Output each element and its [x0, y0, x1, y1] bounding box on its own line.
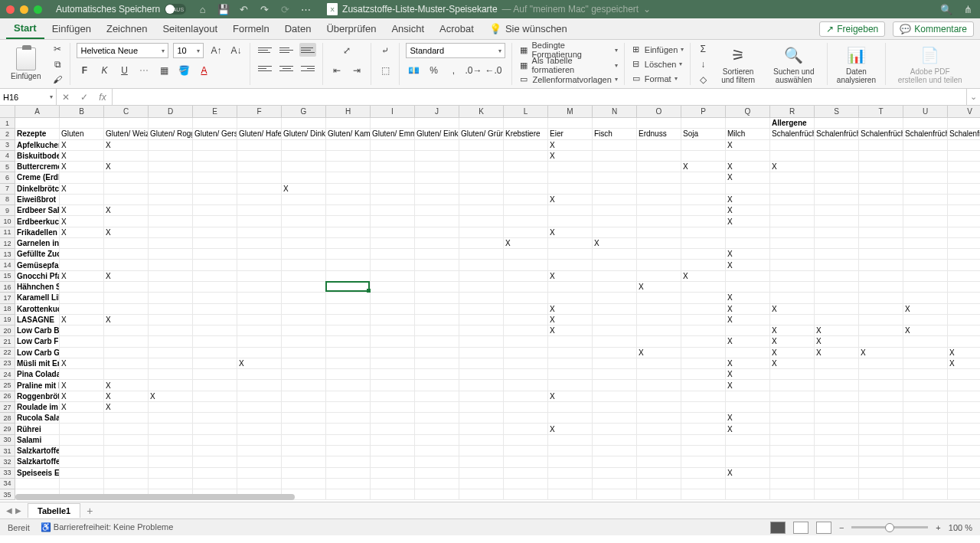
- cell[interactable]: [504, 348, 548, 358]
- cell[interactable]: [903, 479, 948, 489]
- cell[interactable]: [193, 227, 237, 238]
- cell[interactable]: X: [548, 271, 593, 282]
- cell[interactable]: [770, 446, 815, 456]
- cell[interactable]: X: [104, 205, 149, 216]
- cell[interactable]: [282, 435, 326, 446]
- cell[interactable]: [948, 369, 980, 380]
- cell[interactable]: [593, 282, 637, 293]
- row-header-25[interactable]: 25: [0, 380, 15, 391]
- cell[interactable]: [149, 348, 193, 358]
- cell[interactable]: [459, 140, 504, 151]
- cell[interactable]: [326, 348, 371, 358]
- cell[interactable]: X: [104, 162, 149, 172]
- cell[interactable]: Salzkartoffeln: [15, 446, 60, 456]
- cell[interactable]: X: [726, 260, 770, 270]
- cell[interactable]: Gluten/ Gerste: [193, 129, 237, 139]
- cell[interactable]: [371, 271, 415, 282]
- cell[interactable]: [193, 140, 237, 151]
- cell[interactable]: [415, 413, 459, 424]
- zoom-in[interactable]: +: [936, 523, 940, 532]
- cell[interactable]: [548, 184, 593, 195]
- insert-cells[interactable]: ⊞Einfügen▾: [631, 43, 684, 56]
- cell[interactable]: [237, 238, 282, 249]
- cell[interactable]: [948, 293, 980, 303]
- row-header-22[interactable]: 22: [0, 348, 15, 358]
- cell[interactable]: X: [770, 162, 815, 172]
- cell[interactable]: X: [726, 172, 770, 183]
- font-name-select[interactable]: Helvetica Neue▾: [77, 43, 168, 58]
- cell[interactable]: [726, 391, 770, 402]
- cell[interactable]: [903, 424, 948, 434]
- column-header-C[interactable]: C: [104, 106, 149, 117]
- cell[interactable]: [459, 380, 504, 391]
- cell[interactable]: Gemüsepfanne mit Feta: [15, 260, 60, 270]
- cell[interactable]: [815, 358, 859, 369]
- share-button[interactable]: ↗Freigeben: [819, 21, 885, 37]
- cell[interactable]: [770, 140, 815, 151]
- cell[interactable]: [415, 205, 459, 216]
- cell[interactable]: [903, 413, 948, 424]
- cell[interactable]: [593, 336, 637, 347]
- cell[interactable]: [859, 391, 903, 402]
- cell[interactable]: [681, 172, 726, 183]
- cell[interactable]: [593, 402, 637, 413]
- cell[interactable]: [149, 402, 193, 413]
- cell[interactable]: [903, 205, 948, 216]
- cell[interactable]: X: [548, 195, 593, 205]
- sort-filter-button[interactable]: ⚞Sortieren und filtern: [715, 43, 761, 86]
- cell[interactable]: [193, 413, 237, 424]
- cell[interactable]: [415, 424, 459, 434]
- share-icon[interactable]: ⋔: [962, 4, 974, 15]
- cell[interactable]: [593, 205, 637, 216]
- cell[interactable]: [859, 293, 903, 303]
- row-header-5[interactable]: 5: [0, 162, 15, 172]
- cell[interactable]: [371, 238, 415, 249]
- cell[interactable]: Eier: [548, 129, 593, 139]
- cell[interactable]: [193, 380, 237, 391]
- cell[interactable]: [548, 249, 593, 260]
- cell[interactable]: [282, 358, 326, 369]
- close-window[interactable]: [6, 5, 15, 14]
- cell[interactable]: [859, 140, 903, 151]
- cell[interactable]: [282, 325, 326, 336]
- cell[interactable]: [637, 118, 681, 129]
- cell[interactable]: [770, 424, 815, 434]
- maximize-window[interactable]: [34, 5, 42, 14]
- cell[interactable]: [637, 140, 681, 151]
- sheet-tab-1[interactable]: Tabelle1: [28, 503, 80, 518]
- cell[interactable]: [815, 172, 859, 183]
- cell[interactable]: [326, 184, 371, 195]
- cell[interactable]: [770, 435, 815, 446]
- cell[interactable]: [504, 380, 548, 391]
- cell[interactable]: [548, 162, 593, 172]
- cell[interactable]: [149, 282, 193, 293]
- cell[interactable]: [104, 424, 149, 434]
- cell[interactable]: [815, 293, 859, 303]
- cell[interactable]: X: [726, 358, 770, 369]
- cell[interactable]: [237, 271, 282, 282]
- cell[interactable]: [948, 282, 980, 293]
- cell[interactable]: [504, 456, 548, 467]
- cell[interactable]: [903, 348, 948, 358]
- tab-ansicht[interactable]: Ansicht: [384, 18, 432, 39]
- analyze-data-button[interactable]: 📊Daten analysieren: [834, 43, 880, 86]
- cell[interactable]: X: [770, 336, 815, 347]
- cell[interactable]: [104, 195, 149, 205]
- cell[interactable]: [504, 424, 548, 434]
- cell[interactable]: Allergene: [770, 118, 815, 129]
- cell[interactable]: [815, 468, 859, 479]
- cell[interactable]: [770, 456, 815, 467]
- cell[interactable]: Schalenfrüchte: [770, 129, 815, 139]
- cell[interactable]: [815, 391, 859, 402]
- cell[interactable]: [237, 249, 282, 260]
- cell[interactable]: [193, 402, 237, 413]
- cell[interactable]: [637, 151, 681, 162]
- cell[interactable]: [548, 456, 593, 467]
- cell[interactable]: Karottenkuchen: [15, 304, 60, 315]
- cell[interactable]: [104, 446, 149, 456]
- cell[interactable]: [415, 380, 459, 391]
- cell[interactable]: Frikadellen: [15, 227, 60, 238]
- cell[interactable]: Praline mit Erdbeer: [15, 380, 60, 391]
- cell[interactable]: Roulade im Ofen: [15, 402, 60, 413]
- cell[interactable]: [859, 184, 903, 195]
